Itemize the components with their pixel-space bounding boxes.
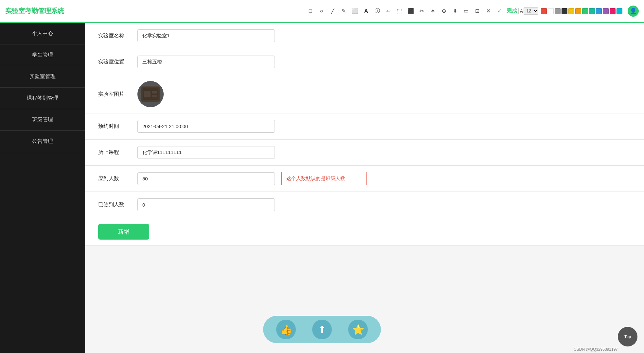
font-label: A <box>520 8 523 14</box>
svg-rect-4 <box>152 91 157 93</box>
svg-rect-1 <box>141 87 160 101</box>
star2-icon[interactable]: ✶ <box>429 7 437 15</box>
rect3-icon[interactable]: ▭ <box>462 7 471 15</box>
done-button[interactable]: 完成 <box>507 8 517 14</box>
scissors-icon[interactable]: ✂ <box>418 7 426 15</box>
sidebar-label-student-management: 学生管理 <box>32 52 53 58</box>
sidebar-label-notice-management: 公告管理 <box>32 138 53 144</box>
check-icon[interactable]: ✓ <box>495 7 504 15</box>
info-icon[interactable]: ⓘ <box>373 7 382 15</box>
star-icon: ⭐ <box>352 324 364 335</box>
top-toolbar: 实验室考勤管理系统 □ ○ ╱ ✎ ⬜ A ⓘ ↩ ⬚ ⬛ ✂ ✶ ⊕ ⬇ ▭ … <box>0 0 644 23</box>
color-cyan[interactable] <box>617 8 622 14</box>
font-size-select[interactable]: 12 14 16 18 24 <box>524 7 538 15</box>
sidebar-item-notice-management[interactable]: 公告管理 <box>0 131 85 152</box>
crosshair-icon[interactable]: ⊕ <box>440 7 448 15</box>
color-red[interactable] <box>541 8 547 14</box>
booking-time-input[interactable] <box>137 120 275 133</box>
separator-1 <box>518 8 519 14</box>
svg-rect-6 <box>142 100 159 102</box>
form-row-expected-count: 应到人数 这个人数默认的是班级人数 <box>85 166 644 192</box>
avatar-icon: 👤 <box>630 8 637 15</box>
close-icon[interactable]: ✕ <box>484 7 493 15</box>
color-palette <box>541 8 622 14</box>
copy-icon[interactable]: ⬚ <box>395 7 404 15</box>
toolbar-icons: □ ○ ╱ ✎ ⬜ A ⓘ ↩ ⬚ ⬛ ✂ ✶ ⊕ ⬇ ▭ ⊡ ✕ ✓ 完成 <box>306 7 517 15</box>
sidebar-label-lab-management: 实验室管理 <box>29 74 56 79</box>
share-button[interactable]: ⬆ <box>312 320 332 339</box>
sidebar-item-class-management[interactable]: 班级管理 <box>0 109 85 131</box>
app-title: 实验室考勤管理系统 <box>5 7 306 15</box>
form-row-signed-count: 已签到人数 <box>85 192 644 218</box>
avatar[interactable]: 👤 <box>628 6 639 17</box>
color-dark[interactable] <box>562 8 567 14</box>
color-blue[interactable] <box>596 8 602 14</box>
color-orange[interactable] <box>575 8 581 14</box>
line-icon[interactable]: ╱ <box>329 7 337 15</box>
form-row-lab-name: 实验室名称 <box>85 23 644 49</box>
lab-name-input[interactable] <box>137 29 275 42</box>
course-input[interactable] <box>137 146 275 159</box>
social-bar: 👍 ⬆ ⭐ <box>263 316 381 343</box>
form-row-booking-time: 预约时间 <box>85 113 644 140</box>
circle-icon[interactable]: ○ <box>317 7 326 15</box>
color-gray[interactable] <box>555 8 561 14</box>
color-green[interactable] <box>582 8 588 14</box>
rect2-icon[interactable]: ⬜ <box>351 7 359 15</box>
sidebar-item-student-management[interactable]: 学生管理 <box>0 44 85 66</box>
share-icon: ⬆ <box>318 324 326 335</box>
sidebar-label-personal-center: 个人中心 <box>32 30 53 36</box>
signed-count-input[interactable] <box>137 198 275 211</box>
lab-location-label: 实验室位置 <box>98 59 137 65</box>
star-button[interactable]: ⭐ <box>348 320 368 339</box>
text-icon[interactable]: A <box>362 7 370 15</box>
color-purple[interactable] <box>603 8 609 14</box>
sidebar-item-course-checkin[interactable]: 课程签到管理 <box>0 88 85 109</box>
paste-icon[interactable]: ⬛ <box>406 7 415 15</box>
color-white[interactable] <box>548 8 554 14</box>
undo-icon[interactable]: ↩ <box>384 7 393 15</box>
main-layout: 个人中心 学生管理 实验室管理 课程签到管理 班级管理 公告管理 实验室名称 实… <box>0 23 644 353</box>
lab-image-label: 实验室图片 <box>98 91 137 98</box>
content-area: 实验室名称 实验室位置 实验室图片 <box>85 23 644 353</box>
svg-rect-3 <box>144 91 151 97</box>
booking-time-label: 预约时间 <box>98 123 137 130</box>
form-row-lab-image: 实验室图片 <box>85 75 644 113</box>
like-icon: 👍 <box>280 324 292 335</box>
expected-count-hint: 这个人数默认的是班级人数 <box>281 172 367 185</box>
grid-icon[interactable]: ⊡ <box>473 7 482 15</box>
pen-icon[interactable]: ✎ <box>340 7 348 15</box>
lab-image[interactable] <box>137 81 164 107</box>
svg-rect-5 <box>152 95 157 97</box>
svg-rect-2 <box>143 88 158 100</box>
form-row-lab-location: 实验室位置 <box>85 49 644 75</box>
color-yellow[interactable] <box>568 8 574 14</box>
expected-count-input[interactable] <box>137 172 275 185</box>
bottom-credit: CSDN @QQ3295391197 <box>574 347 618 352</box>
sidebar-item-personal-center[interactable]: 个人中心 <box>0 23 85 44</box>
signed-count-label: 已签到人数 <box>98 201 137 208</box>
lab-location-input[interactable] <box>137 56 275 68</box>
lab-name-label: 实验室名称 <box>98 32 137 39</box>
sidebar-item-lab-management[interactable]: 实验室管理 <box>0 66 85 88</box>
submit-button[interactable]: 新增 <box>98 224 149 240</box>
back-to-top-label: Top <box>624 335 631 339</box>
expected-count-label: 应到人数 <box>98 175 137 182</box>
download-icon[interactable]: ⬇ <box>451 7 459 15</box>
sidebar: 个人中心 学生管理 实验室管理 课程签到管理 班级管理 公告管理 <box>0 23 85 353</box>
rect-icon[interactable]: □ <box>306 7 315 15</box>
color-teal[interactable] <box>589 8 595 14</box>
color-pink[interactable] <box>610 8 616 14</box>
like-button[interactable]: 👍 <box>276 320 296 339</box>
course-label: 所上课程 <box>98 149 137 156</box>
sidebar-label-course-checkin: 课程签到管理 <box>27 95 58 101</box>
form-row-course: 所上课程 <box>85 140 644 166</box>
back-to-top-button[interactable]: Top <box>618 327 637 346</box>
sidebar-label-class-management: 班级管理 <box>32 117 53 122</box>
form-row-submit: 新增 <box>85 218 644 246</box>
